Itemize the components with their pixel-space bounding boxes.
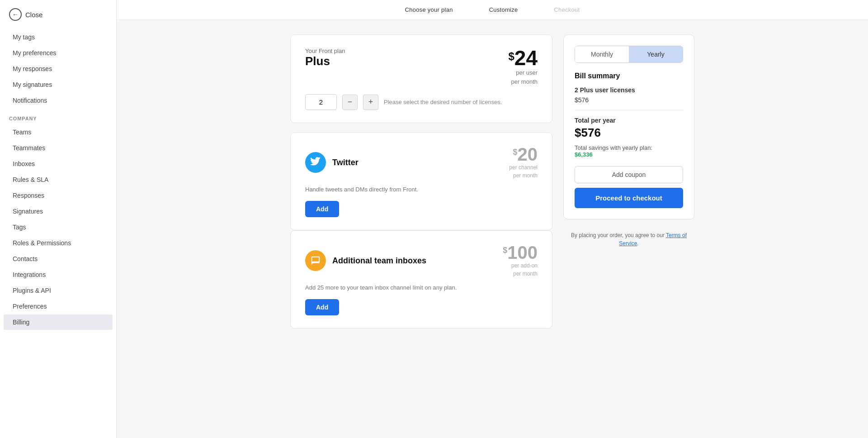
addon-price-desc-twitter: per channelper month — [509, 163, 538, 180]
addon-price-symbol-twitter: $ — [513, 148, 517, 156]
plan-price-symbol: $ — [508, 51, 514, 62]
bill-savings-amount: $6,336 — [575, 151, 593, 158]
bill-line-1-label: 2 Plus user licenses — [575, 86, 635, 94]
bill-total-amount: $576 — [575, 126, 683, 140]
plan-column: Your Front plan Plus $24 per user per mo… — [290, 34, 552, 328]
step-checkout: Checkout — [554, 6, 580, 13]
add-addon-button-twitter[interactable]: Add — [305, 201, 339, 217]
plan-label: Your Front plan — [305, 48, 345, 54]
bill-divider — [575, 110, 683, 110]
sidebar-item-teammates[interactable]: Teammates — [4, 140, 113, 156]
quantity-input[interactable] — [305, 94, 337, 110]
addon-name-twitter: Twitter — [332, 158, 359, 167]
plan-card: Your Front plan Plus $24 per user per mo… — [290, 34, 552, 123]
addon-price-block-additional-team-inboxes: $100 per add-onper month — [503, 243, 538, 278]
close-button[interactable]: ← Close — [0, 0, 116, 29]
sidebar: ← Close My tagsMy preferencesMy response… — [0, 0, 117, 438]
content-area: Your Front plan Plus $24 per user per mo… — [117, 20, 868, 438]
sidebar-item-integrations[interactable]: Integrations — [4, 267, 113, 282]
step-customize: Customize — [489, 6, 518, 13]
addon-icon-twitter — [305, 152, 326, 173]
addon-card-twitter: Twitter $20 per channelper month Handle … — [290, 132, 552, 230]
addon-cards: Twitter $20 per channelper month Handle … — [290, 132, 552, 328]
sidebar-item-my-responses[interactable]: My responses — [4, 61, 113, 76]
bill-summary-title: Bill summary — [575, 72, 683, 80]
company-section-label: COMPANY — [0, 109, 116, 124]
plan-price-desc: per user per month — [508, 68, 538, 86]
add-coupon-button[interactable]: Add coupon — [575, 166, 683, 183]
plan-name: Plus — [305, 54, 345, 68]
sidebar-item-teams[interactable]: Teams — [4, 124, 113, 140]
addon-header-additional-team-inboxes: Additional team inboxes $100 per add-onp… — [305, 243, 538, 278]
checkout-button[interactable]: Proceed to checkout — [575, 188, 683, 208]
close-icon: ← — [9, 8, 22, 21]
bill-line-1: 2 Plus user licenses — [575, 86, 683, 94]
addon-price-desc-additional-team-inboxes: per add-onper month — [503, 262, 538, 278]
company-nav: TeamsTeammatesInboxesRules & SLAResponse… — [0, 124, 116, 330]
step-choose-plan: Choose your plan — [405, 6, 453, 13]
sidebar-item-roles-permissions[interactable]: Roles & Permissions — [4, 235, 113, 251]
plan-price: $24 — [508, 48, 538, 68]
sidebar-item-my-preferences[interactable]: My preferences — [4, 45, 113, 61]
sidebar-item-my-tags[interactable]: My tags — [4, 29, 113, 45]
stepper-bar: Choose your plan Customize Checkout — [117, 0, 868, 20]
addon-price-twitter: $20 — [509, 145, 538, 163]
sidebar-item-inboxes[interactable]: Inboxes — [4, 156, 113, 171]
sidebar-item-notifications[interactable]: Notifications — [4, 93, 113, 108]
bill-savings-label: Total savings with yearly plan: — [575, 144, 652, 151]
bill-total-label: Total per year — [575, 117, 683, 124]
plan-header: Your Front plan Plus $24 per user per mo… — [305, 48, 538, 86]
sidebar-item-signatures[interactable]: Signatures — [4, 204, 113, 219]
tos-prefix: By placing your order, you agree to — [571, 232, 655, 238]
monthly-toggle[interactable]: Monthly — [575, 46, 629, 62]
tos-mid: our — [656, 232, 664, 238]
bill-column: Monthly Yearly Bill summary 2 Plus user … — [563, 34, 694, 248]
addon-desc-twitter: Handle tweets and DMs directly from Fron… — [305, 186, 538, 193]
addon-header-twitter: Twitter $20 per channelper month — [305, 145, 538, 180]
sidebar-item-responses[interactable]: Responses — [4, 188, 113, 203]
sidebar-item-plugins-api[interactable]: Plugins & API — [4, 283, 113, 298]
addon-name-additional-team-inboxes: Additional team inboxes — [332, 256, 426, 266]
yearly-toggle[interactable]: Yearly — [629, 46, 683, 62]
plan-price-block: $24 per user per month — [508, 48, 538, 86]
main-content: Choose your plan Customize Checkout Your… — [117, 0, 868, 438]
bill-line-1-value: $576 — [575, 96, 683, 104]
bill-line-1-amount: $576 — [575, 96, 589, 104]
quantity-hint: Please select the desired number of lice… — [384, 99, 502, 105]
sidebar-item-tags[interactable]: Tags — [4, 219, 113, 235]
addon-price-block-twitter: $20 per channelper month — [509, 145, 538, 180]
plan-info: Your Front plan Plus — [305, 48, 345, 68]
sidebar-item-contacts[interactable]: Contacts — [4, 251, 113, 267]
addon-desc-additional-team-inboxes: Add 25 more to your team inbox channel l… — [305, 284, 538, 291]
addon-title-row-additional-team-inboxes: Additional team inboxes — [305, 250, 426, 271]
bill-card: Monthly Yearly Bill summary 2 Plus user … — [563, 34, 694, 219]
quantity-decrease-button[interactable]: − — [342, 95, 358, 110]
addon-price-symbol-additional-team-inboxes: $ — [503, 246, 507, 254]
personal-nav: My tagsMy preferencesMy responsesMy sign… — [0, 29, 116, 109]
sidebar-item-my-signatures[interactable]: My signatures — [4, 77, 113, 92]
billing-toggle: Monthly Yearly — [575, 46, 683, 63]
tos-text: By placing your order, you agree to our … — [563, 231, 694, 248]
bill-savings: Total savings with yearly plan: $6,336 — [575, 144, 683, 158]
quantity-increase-button[interactable]: + — [363, 95, 378, 110]
addon-price-additional-team-inboxes: $100 — [503, 243, 538, 262]
addon-card-additional-team-inboxes: Additional team inboxes $100 per add-onp… — [290, 230, 552, 328]
sidebar-item-billing[interactable]: Billing — [4, 314, 113, 330]
addon-icon-additional-team-inboxes — [305, 250, 326, 271]
addon-title-row-twitter: Twitter — [305, 152, 359, 173]
quantity-row: − + Please select the desired number of … — [305, 94, 538, 110]
add-addon-button-additional-team-inboxes[interactable]: Add — [305, 299, 339, 315]
sidebar-item-rules-sla[interactable]: Rules & SLA — [4, 172, 113, 187]
sidebar-item-preferences[interactable]: Preferences — [4, 299, 113, 314]
close-label: Close — [25, 11, 42, 19]
